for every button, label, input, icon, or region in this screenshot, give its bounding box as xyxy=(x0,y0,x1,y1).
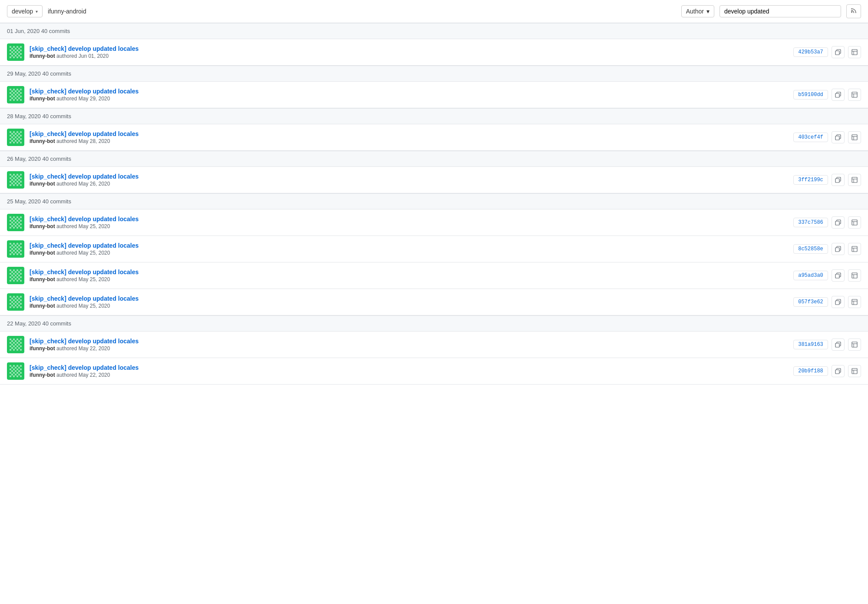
svg-rect-237 xyxy=(11,305,13,306)
svg-rect-165 xyxy=(13,246,15,248)
svg-rect-34 xyxy=(13,89,15,90)
commit-hash[interactable]: 057f3e62 xyxy=(793,297,828,307)
browse-button[interactable] xyxy=(848,243,861,255)
copy-button[interactable] xyxy=(832,296,845,308)
svg-rect-97 xyxy=(17,174,18,176)
svg-rect-203 xyxy=(13,276,15,278)
svg-rect-128 xyxy=(17,216,18,218)
browse-button[interactable] xyxy=(848,339,861,351)
commit-title[interactable]: [skip_check] develop updated locales xyxy=(30,364,788,371)
svg-rect-101 xyxy=(18,176,20,177)
commit-meta: ifunny-bot authored May 29, 2020 xyxy=(30,96,788,102)
branch-label: develop xyxy=(12,8,33,15)
svg-rect-215 xyxy=(852,273,857,278)
copy-button[interactable] xyxy=(832,46,845,58)
commit-hash[interactable]: 337c7586 xyxy=(793,218,828,227)
browse-button[interactable] xyxy=(848,174,861,186)
svg-rect-111 xyxy=(17,181,18,183)
commit-meta: ifunny-bot authored May 25, 2020 xyxy=(30,303,788,309)
commit-actions: 337c7586 xyxy=(793,216,861,229)
commit-title[interactable]: [skip_check] develop updated locales xyxy=(30,269,788,275)
svg-rect-28 xyxy=(835,51,839,55)
commit-info: [skip_check] develop updated locales ifu… xyxy=(30,88,788,102)
svg-rect-65 xyxy=(13,131,15,133)
copy-button[interactable] xyxy=(832,243,845,255)
svg-rect-49 xyxy=(17,96,18,97)
commit-title[interactable]: [skip_check] develop updated locales xyxy=(30,130,788,137)
copy-button[interactable] xyxy=(832,339,845,351)
svg-rect-16 xyxy=(10,53,11,55)
author-name: ifunny-bot xyxy=(30,250,55,256)
browse-button[interactable] xyxy=(848,365,861,377)
copy-button[interactable] xyxy=(832,365,845,377)
svg-rect-243 xyxy=(20,306,22,308)
commit-hash[interactable]: 3ff2199c xyxy=(793,175,828,185)
commit-meta: ifunny-bot authored May 25, 2020 xyxy=(30,223,788,229)
commit-title[interactable]: [skip_check] develop updated locales xyxy=(30,338,788,345)
svg-rect-64 xyxy=(10,131,11,133)
commit-hash[interactable]: a95ad3a0 xyxy=(793,271,828,280)
commit-title[interactable]: [skip_check] develop updated locales xyxy=(30,295,788,302)
svg-rect-307 xyxy=(835,370,839,374)
svg-rect-141 xyxy=(13,223,15,225)
svg-rect-50 xyxy=(20,96,22,97)
commit-hash[interactable]: 8c52858e xyxy=(793,244,828,254)
svg-rect-273 xyxy=(17,349,18,351)
svg-rect-221 xyxy=(17,296,18,298)
browse-button[interactable] xyxy=(848,46,861,58)
svg-rect-263 xyxy=(18,344,20,345)
svg-rect-67 xyxy=(20,131,22,133)
svg-rect-291 xyxy=(20,368,22,370)
commit-hash[interactable]: 20b9f188 xyxy=(793,366,828,376)
commit-hash[interactable]: 429b53a7 xyxy=(793,47,828,57)
svg-rect-42 xyxy=(17,92,18,94)
copy-button[interactable] xyxy=(832,216,845,229)
search-input[interactable] xyxy=(719,5,841,17)
commit-hash[interactable]: 381a9163 xyxy=(793,340,828,349)
svg-rect-212 xyxy=(20,280,22,282)
browse-button[interactable] xyxy=(848,216,861,229)
copy-button[interactable] xyxy=(832,131,845,143)
commit-actions: 429b53a7 xyxy=(793,46,861,58)
commit-hash[interactable]: 403cef4f xyxy=(793,133,828,142)
svg-rect-304 xyxy=(17,375,18,377)
svg-rect-86 xyxy=(13,142,15,143)
svg-rect-10 xyxy=(13,50,15,51)
svg-rect-195 xyxy=(10,273,11,275)
svg-rect-99 xyxy=(11,176,13,177)
copy-button[interactable] xyxy=(832,89,845,101)
svg-rect-33 xyxy=(10,89,11,90)
svg-rect-296 xyxy=(13,372,15,374)
copy-button[interactable] xyxy=(832,269,845,282)
svg-rect-119 xyxy=(20,184,22,186)
copy-button[interactable] xyxy=(832,174,845,186)
branch-select[interactable]: develop ▾ xyxy=(7,5,43,17)
browse-button[interactable] xyxy=(848,296,861,308)
author-dropdown[interactable]: Author ▾ xyxy=(681,5,714,17)
commit-title[interactable]: [skip_check] develop updated locales xyxy=(30,216,788,222)
svg-rect-5 xyxy=(20,46,22,48)
rss-button[interactable] xyxy=(846,4,861,18)
svg-rect-7 xyxy=(15,48,17,50)
svg-rect-149 xyxy=(17,227,18,229)
svg-rect-261 xyxy=(11,344,13,345)
svg-rect-73 xyxy=(17,135,18,136)
commit-hash[interactable]: b59100dd xyxy=(793,90,828,100)
commit-title[interactable]: [skip_check] develop updated locales xyxy=(30,88,788,95)
author-name: ifunny-bot xyxy=(30,303,55,309)
browse-button[interactable] xyxy=(848,269,861,282)
svg-rect-276 xyxy=(835,343,839,347)
svg-rect-95 xyxy=(10,174,11,176)
svg-rect-241 xyxy=(13,306,15,308)
svg-rect-47 xyxy=(10,96,11,97)
svg-rect-115 xyxy=(18,183,20,184)
commit-title[interactable]: [skip_check] develop updated locales xyxy=(30,173,788,180)
author-name: ifunny-bot xyxy=(30,96,55,102)
svg-rect-77 xyxy=(18,136,20,138)
browse-button[interactable] xyxy=(848,89,861,101)
commit-title[interactable]: [skip_check] develop updated locales xyxy=(30,45,788,52)
commit-row: [skip_check] develop updated locales ifu… xyxy=(0,358,868,385)
svg-rect-300 xyxy=(15,374,17,375)
commit-title[interactable]: [skip_check] develop updated locales xyxy=(30,242,788,249)
browse-button[interactable] xyxy=(848,131,861,143)
